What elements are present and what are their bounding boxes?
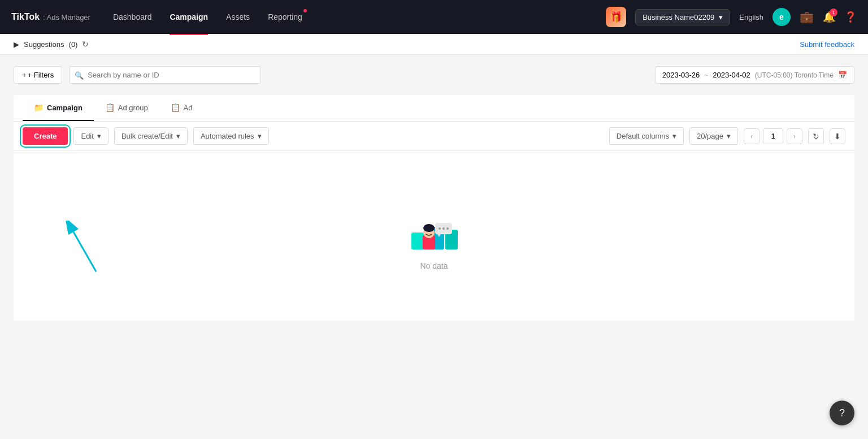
empty-state: No data [14, 151, 854, 321]
empty-illustration [406, 201, 462, 252]
brand-ads-manager: : Ads Manager [43, 13, 90, 21]
suggestions-bar: ▶ Suggestions (0) ↻ Submit feedback [0, 34, 868, 55]
date-separator: ~ [704, 71, 708, 79]
adgroup-tab-icon: 📋 [105, 103, 115, 112]
filter-button[interactable]: + + Filters [14, 66, 62, 84]
brand-tiktok: TikTok [11, 12, 40, 22]
create-button[interactable]: Create [23, 127, 68, 145]
columns-chevron-icon: ▾ [672, 132, 676, 140]
search-box: 🔍 [69, 66, 261, 84]
timezone-label: (UTC-05:00) Toronto Time [755, 71, 834, 79]
ad-tab-icon: 📋 [171, 103, 180, 112]
download-button[interactable]: ⬇ [830, 128, 845, 144]
user-avatar[interactable]: e [772, 8, 791, 26]
help-icon[interactable]: ❓ [844, 11, 857, 23]
tab-campaign[interactable]: 📁 Campaign [23, 95, 94, 121]
action-bar-right: Default columns ▾ 20/page ▾ ‹ › ↻ ⬇ [609, 127, 845, 145]
svg-point-8 [439, 227, 441, 230]
nav-assets[interactable]: Assets [226, 10, 250, 24]
default-columns-button[interactable]: Default columns ▾ [609, 127, 684, 145]
svg-point-5 [423, 224, 435, 232]
no-data-text: No data [420, 261, 448, 270]
pagination: ‹ › [744, 128, 802, 144]
automated-rules-button[interactable]: Automated rules ▾ [193, 127, 269, 145]
refresh-icon[interactable]: ↻ [82, 40, 89, 49]
next-page-button[interactable]: › [787, 128, 802, 144]
nav-reporting[interactable]: Reporting [268, 10, 302, 24]
chevron-down-icon: ▾ [719, 13, 723, 21]
nav-links: Dashboard Campaign Assets Reporting [113, 10, 606, 24]
page-number-input[interactable] [763, 128, 783, 144]
campaign-panel: 📁 Campaign 📋 Ad group 📋 Ad Create Edit ▾ [14, 95, 854, 321]
svg-point-10 [446, 227, 449, 230]
calendar-icon: 📅 [838, 71, 847, 79]
bulk-create-edit-button[interactable]: Bulk create/Edit ▾ [114, 127, 188, 145]
date-start: 2023-03-26 [662, 71, 700, 79]
tabs-row: 📁 Campaign 📋 Ad group 📋 Ad [14, 95, 854, 122]
search-input[interactable] [69, 66, 261, 84]
help-fab-button[interactable]: ? [830, 401, 854, 425]
nav-campaign[interactable]: Campaign [170, 10, 208, 24]
prev-page-button[interactable]: ‹ [744, 128, 760, 144]
navbar: TikTok : Ads Manager Dashboard Campaign … [0, 0, 868, 34]
empty-illustration-svg [406, 201, 462, 252]
bulk-chevron-icon: ▾ [176, 132, 180, 140]
notification-badge: 1 [830, 8, 837, 16]
nav-dashboard[interactable]: Dashboard [113, 10, 152, 24]
action-bar: Create Edit ▾ Bulk create/Edit ▾ Automat… [14, 122, 854, 151]
auto-rules-chevron-icon: ▾ [258, 132, 262, 140]
toolbar: + + Filters 🔍 2023-03-26 ~ 2023-04-02 (U… [14, 66, 854, 84]
svg-point-9 [442, 227, 445, 230]
plus-icon: + [22, 71, 27, 79]
suggestions-label: Suggestions [24, 40, 64, 49]
tab-ad-group[interactable]: 📋 Ad group [94, 95, 159, 121]
campaign-tab-icon: 📁 [34, 103, 44, 112]
app-icon[interactable]: 🎁 [606, 7, 626, 27]
navbar-right: 🎁 Business Name02209 ▾ English e 💼 🔔 1 ❓ [606, 7, 857, 27]
date-end: 2023-04-02 [713, 71, 750, 79]
reporting-dot [303, 9, 307, 12]
main-content: + + Filters 🔍 2023-03-26 ~ 2023-04-02 (U… [0, 55, 868, 332]
notifications-icon[interactable]: 🔔 1 [823, 11, 835, 23]
brand-logo: TikTok : Ads Manager [11, 12, 90, 22]
tab-ad[interactable]: 📋 Ad [159, 95, 204, 121]
pagesize-chevron-icon: ▾ [727, 132, 731, 140]
refresh-button[interactable]: ↻ [808, 128, 824, 144]
language-button[interactable]: English [739, 13, 763, 21]
date-range-picker[interactable]: 2023-03-26 ~ 2023-04-02 (UTC-05:00) Toro… [655, 66, 854, 84]
suggestions-count: (0) [69, 40, 78, 49]
suggestions-toggle[interactable]: ▶ Suggestions (0) ↻ [14, 40, 89, 49]
inbox-icon[interactable]: 💼 [800, 10, 814, 24]
business-selector[interactable]: Business Name02209 ▾ [635, 9, 730, 25]
chevron-right-icon: ▶ [14, 40, 19, 49]
edit-chevron-icon: ▾ [97, 132, 101, 140]
page-size-button[interactable]: 20/page ▾ [689, 127, 738, 145]
submit-feedback-link[interactable]: Submit feedback [800, 40, 854, 49]
edit-button[interactable]: Edit ▾ [73, 127, 108, 145]
search-icon: 🔍 [75, 71, 84, 79]
